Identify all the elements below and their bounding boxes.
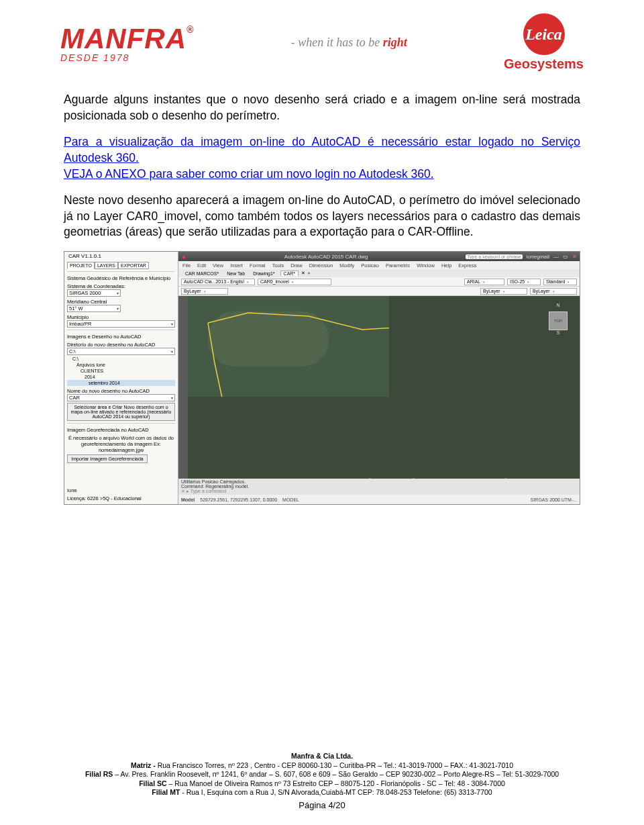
title-text: Autodesk AutoCAD 2015 CAR.dwg [284, 254, 368, 260]
lineweight-combo[interactable]: ByLayer [530, 288, 577, 295]
page-number: Página 4/20 [0, 800, 644, 812]
leica-wordmark: Geosystems [504, 56, 584, 72]
tree-node[interactable]: Arquivos Ione [67, 362, 175, 368]
menu-express[interactable]: Express [458, 262, 476, 269]
viewcube[interactable]: N TOP S [542, 303, 574, 335]
cursor-coords: 528729.2561, 7292295.1307, 0.0000 [200, 497, 277, 502]
input-nome[interactable]: CAR [67, 394, 175, 401]
svg-rect-1 [208, 311, 329, 367]
menu-parametric[interactable]: Parametric [386, 262, 410, 269]
toolbar-row-2: ByLayer ByLayer ByLayer [178, 287, 580, 296]
registered-mark: ® [186, 24, 194, 35]
txt-georef: É necessário o arquivo World com os dado… [67, 435, 175, 453]
doc-tab[interactable]: CAR MARCOS* [182, 271, 221, 276]
car-title: CAR V1.1.0.1 [67, 253, 175, 261]
paragraph-2: Para a visualização da imagem on-line do… [64, 134, 580, 182]
textstyle-combo[interactable]: ARIAL [464, 279, 504, 285]
layer-combo[interactable]: CAR0_imovel [258, 279, 331, 285]
maximize-icon[interactable]: ▭ [563, 254, 568, 260]
btn-importar-imagem[interactable]: Importar Imagem Georeferenciada [67, 454, 148, 463]
combo-meridiano[interactable]: 51° W [67, 305, 121, 312]
menu-view[interactable]: View [213, 262, 223, 269]
dir-tree[interactable]: C:\ Arquivos Ione CLIENTES 2014 setembro… [67, 356, 175, 386]
menu-draw[interactable]: Draw [290, 262, 303, 269]
lbl-nome: Nome do novo desenho no AutoCAD [67, 388, 175, 394]
cmd-line: Command: Regenerating model. [181, 484, 577, 489]
workspace-combo[interactable]: AutoCAD Cla...2013 - Englis! [181, 279, 255, 285]
tab-projeto[interactable]: PROJETO [67, 262, 95, 269]
manfra-wordmark: MANFRA [60, 23, 186, 54]
manfra-logo: MANFRA® DESDE 1978 [60, 23, 194, 63]
cmd-line: Utilitarios Posicao Carregados. [181, 479, 577, 484]
leica-logo: Leica Geosystems [504, 13, 584, 72]
car-panel: CAR V1.1.0.1 PROJETO LAYERS EXPORTAR Sis… [64, 252, 178, 504]
menu-posicao[interactable]: Posicao [361, 262, 379, 269]
standard-combo[interactable]: Standard [543, 279, 577, 285]
page-header: MANFRA® DESDE 1978 - when it has to be r… [0, 0, 644, 72]
status-bar: Model 528729.2561, 7292295.1307, 0.0000 … [178, 495, 580, 504]
menu-window[interactable]: Window [417, 262, 435, 269]
model-indicator[interactable]: MODEL [282, 497, 299, 502]
menu-dimension[interactable]: Dimension [309, 262, 333, 269]
menu-modify[interactable]: Modify [339, 262, 354, 269]
document-tabs: CAR MARCOS* New Tab Drawing1* CAR* ✕ ＋ [178, 269, 580, 277]
lbl-diretorio: Diretório do novo desenho no AutoCAD [67, 342, 175, 348]
toolbar-row-1: AutoCAD Cla...2013 - Englis! CAR0_imovel… [178, 277, 580, 287]
minimize-icon[interactable]: — [553, 254, 559, 260]
lbl-meridiano: Meridiano Central [67, 299, 175, 305]
paragraph-3: Neste novo desenho aparecerá a imagem on… [64, 193, 580, 240]
tree-node[interactable]: CLIENTES [67, 368, 175, 374]
menu-format[interactable]: Format [250, 262, 266, 269]
viewcube-top[interactable]: TOP [549, 311, 568, 330]
drawing-canvas[interactable]: [-][Top][3D Wireframe] N TOP S © 2014 Di… [188, 296, 580, 485]
lbl-georef: Imagem Georefenciada no AutoCAD [67, 427, 175, 433]
menu-edit[interactable]: Edit [197, 262, 206, 269]
lbl-municipio: Município [67, 314, 175, 320]
color-combo[interactable]: ByLayer [181, 288, 228, 295]
tree-node-selected[interactable]: setembro 2014 [67, 380, 175, 386]
page-footer: Manfra & Cia Ltda. Matriz - Rua Francisc… [0, 752, 644, 812]
menu-bar: File Edit View Insert Format Tools Draw … [178, 261, 580, 269]
tagline: - when it has to be right [291, 36, 407, 50]
btn-selecionar-area[interactable]: Selecionar área e Criar Novo desenho com… [67, 403, 175, 421]
username: Ione [67, 487, 142, 493]
search-box[interactable]: Type a keyword or phrase [466, 254, 523, 259]
autodesk-login-note-b[interactable]: VEJA o ANEXO para saber como criar um no… [64, 167, 434, 181]
autocad-screenshot: CAR V1.1.0.1 PROJETO LAYERS EXPORTAR Sis… [64, 251, 580, 505]
doc-tab-active[interactable]: CAR* [280, 271, 299, 276]
user-badge[interactable]: ionegmail [527, 254, 549, 260]
combo-dir[interactable]: C:\ [67, 348, 175, 355]
doc-tab[interactable]: Drawing1* [250, 271, 277, 276]
menu-insert[interactable]: Insert [230, 262, 243, 269]
command-window[interactable]: Utilitarios Posicao Carregados. Command:… [178, 479, 580, 495]
company-name: Manfra & Cia Ltda. [291, 752, 353, 760]
coordinate-system[interactable]: SIRGAS 2000.UTM-... [531, 497, 577, 502]
menu-help[interactable]: Help [441, 262, 451, 269]
menu-tools[interactable]: Tools [272, 262, 284, 269]
paragraph-1: Aguarde alguns instantes que o novo dese… [64, 92, 580, 124]
tab-layers[interactable]: LAYERS [95, 262, 118, 269]
autocad-logo-icon: ▲ [181, 254, 186, 260]
tree-node[interactable]: 2014 [67, 374, 175, 380]
compass-n: N [542, 303, 574, 307]
menu-file[interactable]: File [182, 262, 191, 269]
lbl-coord: Sistema de Coordenadas: [67, 283, 175, 289]
new-tab-icon[interactable]: ✕ ＋ [301, 270, 311, 277]
combo-municipio[interactable]: Imbaú/PR [67, 320, 175, 328]
doc-tab[interactable]: New Tab [224, 271, 248, 276]
model-tab[interactable]: Model [181, 497, 195, 502]
cmd-prompt[interactable]: Type a command [191, 489, 227, 493]
licenca: Licença: 6228 >5Q - Educacional [67, 495, 142, 501]
autocad-window: ▲ Autodesk AutoCAD 2015 CAR.dwg Type a k… [178, 252, 580, 504]
close-icon[interactable]: ✕ [572, 254, 577, 260]
car-tabs: PROJETO LAYERS EXPORTAR [67, 262, 175, 269]
dimstyle-combo[interactable]: ISO-25 [507, 279, 541, 285]
tab-exportar[interactable]: EXPORTAR [118, 262, 149, 269]
leica-roundel: Leica [523, 13, 565, 55]
linetype-combo[interactable]: ByLayer [480, 288, 527, 295]
lbl-sistema: Sistema Geodésico de Referência e Municí… [67, 275, 175, 281]
tree-node[interactable]: C:\ [67, 356, 175, 362]
autodesk-login-note-a[interactable]: Para a visualização da imagem on-line do… [64, 135, 580, 164]
autocad-titlebar: ▲ Autodesk AutoCAD 2015 CAR.dwg Type a k… [178, 252, 580, 261]
combo-coord[interactable]: SIRGAS 2000 [67, 289, 121, 297]
